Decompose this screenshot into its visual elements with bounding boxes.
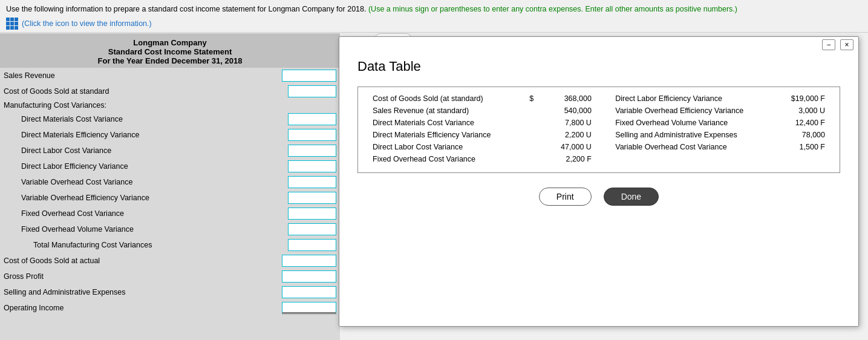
- data-col1-val: 2,200 U: [540, 129, 596, 141]
- dl-efficiency-variance-input[interactable]: [288, 160, 336, 172]
- operating-income-input[interactable]: [282, 302, 336, 314]
- row-label: Gross Profit: [0, 269, 260, 284]
- fo-volume-variance-input[interactable]: [288, 223, 336, 235]
- data-col1-label: Cost of Goods Sold (at standard): [368, 94, 523, 105]
- row-label: Total Manufacturing Cost Variances: [0, 237, 260, 253]
- done-button[interactable]: Done: [604, 188, 659, 206]
- icon-row: (Click the icon to view the information.…: [0, 18, 868, 33]
- horizontal-divider: [0, 32, 868, 33]
- table-row: Operating Income: [0, 300, 340, 316]
- table-row: Direct Materials Cost Variance: [0, 111, 340, 127]
- modal-body: Data Table Cost of Goods Sold (at standa…: [339, 53, 858, 218]
- grid-icon[interactable]: [6, 18, 18, 30]
- row-label: Cost of Goods Sold at actual: [0, 253, 260, 269]
- dm-cost-variance-input[interactable]: [288, 113, 336, 125]
- total-mfg-variance-input[interactable]: [288, 239, 336, 251]
- vo-efficiency-variance-input[interactable]: [288, 192, 336, 204]
- data-col1-sym: [523, 105, 540, 117]
- modal-title: Data Table: [357, 59, 840, 74]
- dl-cost-variance-input[interactable]: [288, 145, 336, 157]
- row-label: Direct Labor Cost Variance: [0, 143, 260, 159]
- row-input-cell: [260, 253, 340, 269]
- row-label: Sales Revenue: [0, 68, 260, 83]
- table-row: Direct Labor Cost Variance 47,000 U Vari…: [368, 141, 830, 153]
- icon-label[interactable]: (Click the icon to view the information.…: [22, 19, 152, 28]
- table-row: Sales Revenue: [0, 68, 340, 83]
- table-row: Fixed Overhead Volume Variance: [0, 221, 340, 237]
- row-input-cell: [260, 83, 340, 99]
- minimize-button[interactable]: −: [822, 39, 835, 50]
- data-col1-sym: [523, 153, 540, 165]
- close-button[interactable]: ×: [840, 39, 853, 50]
- table-row: Direct Materials Efficiency Variance: [0, 127, 340, 143]
- row-input-cell: [260, 300, 340, 316]
- row-input-cell: [260, 206, 340, 221]
- table-row: Total Manufacturing Cost Variances: [0, 237, 340, 253]
- vo-cost-variance-input[interactable]: [288, 176, 336, 188]
- table-row: Fixed Overhead Cost Variance 2,200 F: [368, 153, 830, 165]
- row-label: Manufacturing Cost Variances:: [0, 99, 260, 111]
- row-label: Direct Labor Efficiency Variance: [0, 159, 260, 174]
- selling-admin-input[interactable]: [282, 286, 336, 298]
- instruction-green: (Use a minus sign or parentheses to ente…: [368, 5, 737, 13]
- cogs-standard-input[interactable]: [288, 85, 336, 97]
- data-col1-label: Fixed Overhead Cost Variance: [368, 153, 523, 165]
- data-col1-val: 540,000: [540, 105, 596, 117]
- data-col1-label: Direct Labor Cost Variance: [368, 141, 523, 153]
- data-col2-val: $19,000 F: [773, 94, 830, 105]
- data-col2-val: 1,500 F: [773, 141, 830, 153]
- data-table-container: Cost of Goods Sold (at standard) $ 368,0…: [357, 87, 840, 173]
- table-row: Manufacturing Cost Variances:: [0, 99, 340, 111]
- fo-cost-variance-input[interactable]: [288, 208, 336, 220]
- data-col1-sym: [523, 129, 540, 141]
- data-col1-label: Direct Materials Cost Variance: [368, 117, 523, 129]
- row-label: Direct Materials Efficiency Variance: [0, 127, 260, 143]
- table-row: Fixed Overhead Cost Variance: [0, 206, 340, 221]
- statement-date: For the Year Ended December 31, 2018: [0, 56, 340, 65]
- data-col1-val: 47,000 U: [540, 141, 596, 153]
- row-label: Variable Overhead Cost Variance: [0, 174, 260, 190]
- row-input-cell: [260, 221, 340, 237]
- sales-revenue-input[interactable]: [282, 70, 336, 82]
- row-label: Fixed Overhead Volume Variance: [0, 221, 260, 237]
- data-col1-sym: [523, 117, 540, 129]
- row-input-cell: [260, 143, 340, 159]
- row-input-cell: [260, 190, 340, 206]
- instruction-text: Use the following information to prepare…: [0, 0, 868, 18]
- cogs-actual-input[interactable]: [282, 255, 336, 267]
- dm-efficiency-variance-input[interactable]: [288, 129, 336, 141]
- table-row: Cost of Goods Sold at standard: [0, 83, 340, 99]
- gross-profit-input[interactable]: [282, 270, 336, 283]
- table-row: Direct Materials Efficiency Variance 2,2…: [368, 129, 830, 141]
- print-button[interactable]: Print: [539, 188, 592, 206]
- row-label: Direct Materials Cost Variance: [0, 111, 260, 127]
- table-row: Cost of Goods Sold at actual: [0, 253, 340, 269]
- data-col2-label: Variable Overhead Efficiency Variance: [610, 105, 773, 117]
- table-row: Sales Revenue (at standard) 540,000 Vari…: [368, 105, 830, 117]
- row-label: Selling and Administrative Expenses: [0, 284, 260, 300]
- data-col1-sym: $: [523, 94, 540, 105]
- row-input-cell: [260, 174, 340, 190]
- data-col2-val: [773, 153, 830, 165]
- row-label: Fixed Overhead Cost Variance: [0, 206, 260, 221]
- table-row: Direct Labor Efficiency Variance: [0, 159, 340, 174]
- modal-titlebar: − ×: [339, 37, 858, 53]
- data-col2-val: 3,000 U: [773, 105, 830, 117]
- data-col1-val: 368,000: [540, 94, 596, 105]
- row-input-cell: [260, 111, 340, 127]
- data-table-modal: − × Data Table Cost of Goods Sold (at st…: [339, 36, 859, 327]
- data-col2-label: Selling and Administrative Expenses: [610, 129, 773, 141]
- data-col1-val: 2,200 F: [540, 153, 596, 165]
- table-row: Direct Materials Cost Variance 7,800 U F…: [368, 117, 830, 129]
- row-input-cell: [260, 237, 340, 253]
- data-col1-label: Direct Materials Efficiency Variance: [368, 129, 523, 141]
- data-col1-label: Sales Revenue (at standard): [368, 105, 523, 117]
- data-col1-sym: [523, 141, 540, 153]
- table-row: Cost of Goods Sold (at standard) $ 368,0…: [368, 94, 830, 105]
- row-input-cell: [260, 127, 340, 143]
- modal-footer: Print Done: [357, 188, 840, 206]
- data-col2-val: 12,400 F: [773, 117, 830, 129]
- data-col2-label: Fixed Overhead Volume Variance: [610, 117, 773, 129]
- data-col2-label: [610, 153, 773, 165]
- row-input-cell: [260, 269, 340, 284]
